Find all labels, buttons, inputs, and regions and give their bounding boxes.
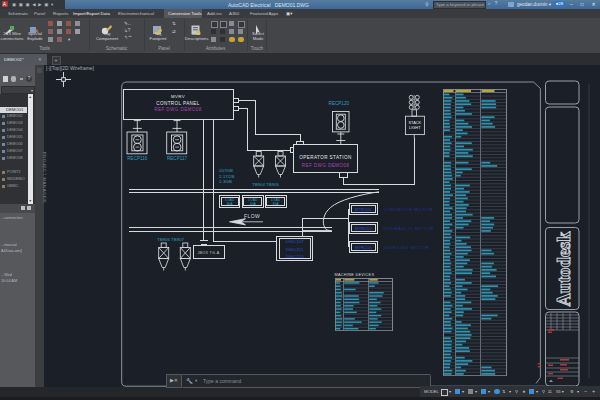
svg-text:207/0B: 207/0B — [219, 168, 233, 173]
svg-text:HYDRAULIC MOTOR: HYDRAULIC MOTOR — [384, 226, 434, 231]
svg-text:30A: 30A — [273, 202, 280, 206]
svg-text:MVRV: MVRV — [171, 94, 185, 99]
svg-text:DISC211: DISC211 — [286, 247, 304, 252]
svg-text:LOAD: LOAD — [271, 198, 281, 202]
svg-text:INDEXING MOTOR: INDEXING MOTOR — [384, 245, 430, 250]
svg-text:LIGHT: LIGHT — [409, 125, 421, 130]
svg-text:LOAD: LOAD — [225, 198, 235, 202]
svg-text:2-17/2B: 2-17/2B — [219, 174, 234, 179]
svg-text:2-3/0B: 2-3/0B — [219, 179, 232, 184]
svg-text:FLOW: FLOW — [244, 213, 260, 219]
svg-text:30A: 30A — [250, 202, 257, 206]
svg-text:REF DWG DEMO08: REF DWG DEMO08 — [302, 163, 350, 168]
svg-text:RECP116: RECP116 — [127, 156, 148, 161]
svg-text:Autodesk: Autodesk — [553, 232, 574, 307]
svg-text:MTR213: MTR213 — [355, 226, 372, 231]
svg-text:TB904 TB905: TB904 TB905 — [252, 182, 280, 187]
svg-text:[-][Top][2D Wireframe]: [-][Top][2D Wireframe] — [46, 66, 94, 71]
svg-text:JBOX TG-A: JBOX TG-A — [197, 251, 219, 255]
svg-text:CONTROL PANEL: CONTROL PANEL — [156, 101, 200, 106]
svg-text:OPERATOR STATION: OPERATOR STATION — [299, 155, 351, 160]
svg-text:30A: 30A — [226, 202, 233, 206]
svg-text:MTR206: MTR206 — [355, 207, 372, 212]
svg-text:LOAD: LOAD — [248, 198, 258, 202]
svg-text:TB906 TB907: TB906 TB907 — [157, 237, 185, 242]
svg-text:DISC215: DISC215 — [286, 254, 304, 259]
svg-text:REF DWG DEMO08: REF DWG DEMO08 — [154, 107, 202, 112]
svg-text:DISC107: DISC107 — [286, 239, 304, 244]
svg-text:MTR216: MTR216 — [355, 245, 372, 250]
svg-text:RECP120: RECP120 — [329, 101, 350, 106]
svg-text:MACHINE DEVICES: MACHINE DEVICES — [335, 273, 375, 277]
svg-text:CONVEYOR MOTOR: CONVEYOR MOTOR — [384, 207, 434, 212]
svg-text:RECP117: RECP117 — [167, 156, 188, 161]
